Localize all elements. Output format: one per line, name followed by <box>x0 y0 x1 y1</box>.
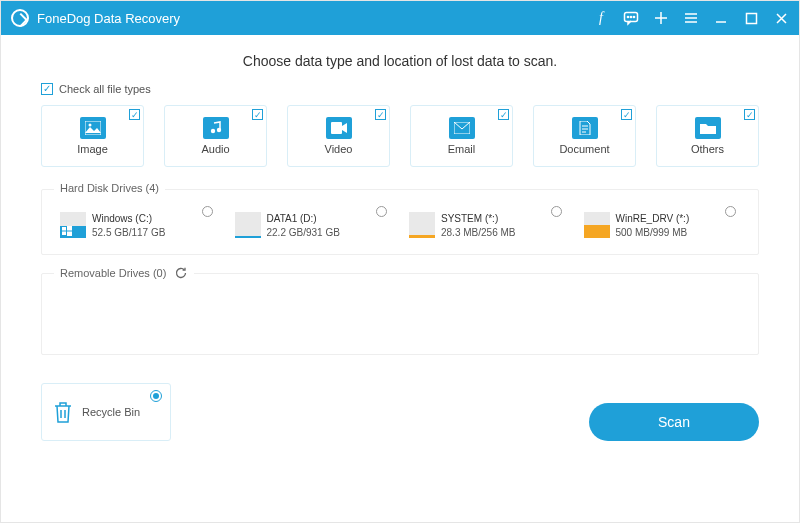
page-headline: Choose data type and location of lost da… <box>41 53 759 69</box>
drive-item[interactable]: WinRE_DRV (*:)500 MB/999 MB <box>580 206 745 244</box>
titlebar: FoneDog Data Recovery f <box>1 1 799 35</box>
hdd-drive-list: Windows (C:)52.5 GB/117 GBDATA1 (D:)22.2… <box>56 206 744 244</box>
document-icon <box>572 117 598 139</box>
drive-size: 500 MB/999 MB <box>616 226 690 240</box>
svg-rect-13 <box>62 232 66 236</box>
checkbox-icon: ✓ <box>744 109 755 120</box>
video-icon <box>326 117 352 139</box>
feedback-icon[interactable] <box>623 10 639 26</box>
drive-item[interactable]: Windows (C:)52.5 GB/117 GB <box>56 206 221 244</box>
svg-point-2 <box>630 16 631 17</box>
maximize-icon[interactable] <box>743 10 759 26</box>
type-card-email[interactable]: ✓Email <box>410 105 513 167</box>
email-icon <box>449 117 475 139</box>
check-all-toggle[interactable]: ✓ Check all file types <box>41 83 759 95</box>
check-all-label: Check all file types <box>59 83 151 95</box>
radio-icon <box>376 206 387 217</box>
drive-name: WinRE_DRV (*:) <box>616 212 690 226</box>
type-label: Video <box>325 143 353 155</box>
svg-point-1 <box>627 16 628 17</box>
type-card-image[interactable]: ✓Image <box>41 105 144 167</box>
drive-size: 22.2 GB/931 GB <box>267 226 340 240</box>
svg-rect-11 <box>62 227 66 231</box>
drive-size: 28.3 MB/256 MB <box>441 226 515 240</box>
checkbox-icon: ✓ <box>129 109 140 120</box>
checkbox-icon: ✓ <box>252 109 263 120</box>
app-title: FoneDog Data Recovery <box>37 11 180 26</box>
drive-icon <box>60 212 86 238</box>
radio-icon <box>551 206 562 217</box>
type-card-video[interactable]: ✓Video <box>287 105 390 167</box>
type-label: Document <box>559 143 609 155</box>
type-card-audio[interactable]: ✓Audio <box>164 105 267 167</box>
drive-icon <box>584 212 610 238</box>
drive-item[interactable]: DATA1 (D:)22.2 GB/931 GB <box>231 206 396 244</box>
checkbox-icon: ✓ <box>621 109 632 120</box>
svg-rect-14 <box>67 232 72 237</box>
type-label: Email <box>448 143 476 155</box>
svg-rect-9 <box>331 122 342 134</box>
type-card-others[interactable]: ✓Others <box>656 105 759 167</box>
drive-item[interactable]: SYSTEM (*:)28.3 MB/256 MB <box>405 206 570 244</box>
drive-name: SYSTEM (*:) <box>441 212 515 226</box>
scan-button[interactable]: Scan <box>589 403 759 441</box>
plus-icon[interactable] <box>653 10 669 26</box>
removable-section: Removable Drives (0) <box>41 273 759 355</box>
recycle-bin-card[interactable]: Recycle Bin <box>41 383 171 441</box>
svg-rect-4 <box>746 13 756 23</box>
checkbox-icon: ✓ <box>498 109 509 120</box>
checkbox-icon: ✓ <box>375 109 386 120</box>
trash-icon <box>52 400 74 424</box>
removable-body <box>56 290 744 344</box>
type-card-document[interactable]: ✓Document <box>533 105 636 167</box>
radio-icon <box>725 206 736 217</box>
removable-legend: Removable Drives (0) <box>60 267 166 279</box>
hard-disk-section: Hard Disk Drives (4) Windows (C:)52.5 GB… <box>41 189 759 255</box>
svg-rect-12 <box>67 226 72 231</box>
close-icon[interactable] <box>773 10 789 26</box>
radio-icon <box>202 206 213 217</box>
svg-point-7 <box>210 129 214 133</box>
drive-name: DATA1 (D:) <box>267 212 340 226</box>
svg-point-8 <box>216 128 220 132</box>
app-logo-icon <box>11 9 29 27</box>
facebook-icon[interactable]: f <box>593 10 609 26</box>
svg-point-6 <box>88 124 91 127</box>
drive-name: Windows (C:) <box>92 212 165 226</box>
drive-icon <box>409 212 435 238</box>
recycle-label: Recycle Bin <box>82 406 140 418</box>
audio-icon <box>203 117 229 139</box>
hdd-legend: Hard Disk Drives (4) <box>54 182 165 194</box>
radio-selected-icon <box>150 390 162 402</box>
others-icon <box>695 117 721 139</box>
minimize-icon[interactable] <box>713 10 729 26</box>
checkbox-icon: ✓ <box>41 83 53 95</box>
image-icon <box>80 117 106 139</box>
refresh-icon[interactable] <box>174 266 188 280</box>
menu-icon[interactable] <box>683 10 699 26</box>
svg-point-3 <box>633 16 634 17</box>
drive-icon <box>235 212 261 238</box>
type-label: Image <box>77 143 108 155</box>
file-type-grid: ✓Image✓Audio✓Video✓Email✓Document✓Others <box>41 105 759 167</box>
type-label: Others <box>691 143 724 155</box>
drive-size: 52.5 GB/117 GB <box>92 226 165 240</box>
type-label: Audio <box>201 143 229 155</box>
